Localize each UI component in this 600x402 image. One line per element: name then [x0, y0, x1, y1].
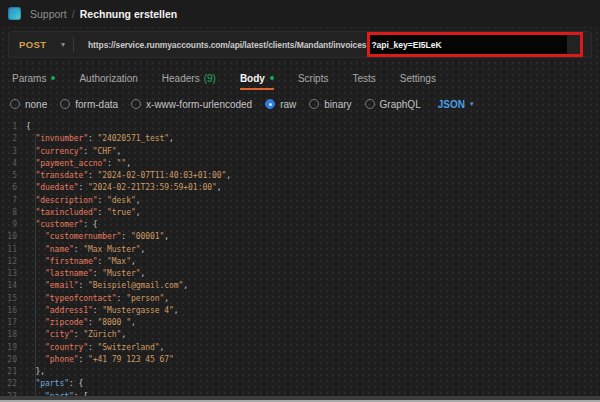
url-text: https://service.runmyaccounts.com/api/la…	[88, 40, 366, 50]
redaction-annotation-box: ?api_key=EI5LeK	[367, 32, 583, 57]
code-text: "typeofcontact": "person",	[26, 293, 169, 305]
body-mode-form-data[interactable]: form-data	[60, 99, 118, 110]
code-text: "country": "Switzerland",	[26, 342, 164, 354]
line-number: 20	[0, 354, 26, 366]
code-line: 14 "email": "Beispiel@gmail.com",	[0, 280, 600, 292]
code-line: 1{	[0, 121, 600, 133]
green-dot-indicator	[51, 76, 55, 80]
line-number: 1	[0, 121, 26, 133]
body-mode-label: form-data	[75, 99, 118, 110]
code-text: {	[26, 121, 31, 133]
line-number: 18	[0, 329, 26, 341]
code-text: "description": "desk",	[26, 195, 140, 207]
tab-label: Scripts	[298, 73, 329, 84]
request-tabs: ParamsAuthorizationHeaders(9)BodyScripts…	[12, 66, 600, 90]
code-line: 11 "name": "Max Muster",	[0, 244, 600, 256]
tab-tests[interactable]: Tests	[352, 66, 375, 90]
tab-authorization[interactable]: Authorization	[79, 66, 137, 90]
line-number: 15	[0, 293, 26, 305]
tab-label: Settings	[400, 73, 436, 84]
code-text: "customernumber": "00001",	[26, 231, 169, 243]
code-line: 8 "taxincluded": "true",	[0, 207, 600, 219]
request-title[interactable]: Rechnung erstellen	[80, 8, 177, 20]
tab-params[interactable]: Params	[12, 66, 55, 90]
tab-label: Headers	[162, 73, 200, 84]
body-mode-raw[interactable]: raw	[265, 99, 296, 110]
body-mode-none[interactable]: none	[10, 99, 47, 110]
chevron-down-icon: ▾	[61, 41, 65, 49]
code-line: 21 },	[0, 366, 600, 378]
bottom-window-edge	[0, 396, 600, 402]
tab-headers[interactable]: Headers(9)	[162, 66, 216, 90]
code-text: "address1": "Mustergasse 4",	[26, 305, 179, 317]
code-line: 16 "address1": "Mustergasse 4",	[0, 305, 600, 317]
body-mode-label: GraphQL	[380, 99, 421, 110]
line-number: 17	[0, 317, 26, 329]
breadcrumb-separator: /	[72, 8, 75, 20]
method-selector[interactable]: POST ▾	[9, 32, 71, 57]
tab-scripts[interactable]: Scripts	[298, 66, 329, 90]
code-text: "lastname": "Muster",	[26, 268, 145, 280]
code-line: 13 "lastname": "Muster",	[0, 268, 600, 280]
code-text: "customer": {	[26, 219, 98, 231]
line-number: 2	[0, 133, 26, 145]
chevron-down-icon: ▾	[470, 100, 474, 108]
workspace-icon[interactable]	[8, 7, 21, 20]
line-number: 7	[0, 195, 26, 207]
api-key-query-text: ?api_key=EI5LeK	[371, 40, 441, 50]
line-number: 8	[0, 207, 26, 219]
body-mode-graphql[interactable]: GraphQL	[365, 99, 421, 110]
breadcrumb-workspace[interactable]: Support	[30, 8, 67, 20]
tab-label: Authorization	[79, 73, 137, 84]
body-editor[interactable]: 1{2 "invnumber": "24020571_test",3 "curr…	[0, 118, 600, 402]
code-text: "payment_accno": "",	[26, 158, 131, 170]
body-mode-label: none	[25, 99, 47, 110]
code-text: "city": "Zürich",	[26, 329, 126, 341]
code-text: "duedate": "2024-02-21T23:59:59+01:00",	[26, 182, 221, 194]
radio-icon	[365, 99, 375, 109]
radio-icon	[265, 99, 275, 109]
body-mode-label: binary	[324, 99, 351, 110]
code-text: "firstname": "Max",	[26, 256, 136, 268]
indent-guide	[35, 133, 36, 402]
code-text: "taxincluded": "true",	[26, 207, 140, 219]
code-line: 17 "zipcode": "8000 ",	[0, 317, 600, 329]
radio-icon	[10, 99, 20, 109]
body-mode-binary[interactable]: binary	[309, 99, 351, 110]
url-input[interactable]: https://service.runmyaccounts.com/api/la…	[74, 32, 591, 57]
code-line: 5 "transdate": "2024-02-07T11:40:03+01:0…	[0, 170, 600, 182]
code-text: "name": "Max Muster",	[26, 244, 145, 256]
code-line: 19 "country": "Switzerland",	[0, 342, 600, 354]
code-line: 18 "city": "Zürich",	[0, 329, 600, 341]
line-number: 14	[0, 280, 26, 292]
line-number: 12	[0, 256, 26, 268]
line-number: 4	[0, 158, 26, 170]
code-line: 20 "phone": "+41 79 123 45 67"	[0, 354, 600, 366]
code-line: 15 "typeofcontact": "person",	[0, 293, 600, 305]
code-line: 10 "customernumber": "00001",	[0, 231, 600, 243]
body-mode-label: raw	[280, 99, 296, 110]
code-text: "transdate": "2024-02-07T11:40:03+01:00"…	[26, 170, 231, 182]
line-number: 22	[0, 378, 26, 390]
line-number: 19	[0, 342, 26, 354]
code-line: 22 "parts": {	[0, 378, 600, 390]
code-lines: 1{2 "invnumber": "24020571_test",3 "curr…	[0, 121, 600, 402]
request-bar: POST ▾ https://service.runmyaccounts.com…	[8, 31, 592, 58]
code-text: "zipcode": "8000 ",	[26, 317, 136, 329]
body-mode-x-www-form-urlencoded[interactable]: x-www-form-urlencoded	[131, 99, 252, 110]
tab-count-badge: (9)	[204, 73, 216, 84]
line-number: 5	[0, 170, 26, 182]
redaction-black-bar: ?api_key=EI5LeK	[370, 35, 567, 54]
tab-body[interactable]: Body	[240, 66, 274, 90]
language-selector-value: JSON	[438, 99, 465, 110]
tab-settings[interactable]: Settings	[400, 66, 436, 90]
tab-label: Params	[12, 73, 46, 84]
language-selector[interactable]: JSON▾	[438, 99, 474, 110]
breadcrumb: Support / Rechnung erstellen	[30, 8, 177, 20]
code-text: "invnumber": "24020571_test",	[26, 133, 174, 145]
code-text: "phone": "+41 79 123 45 67"	[26, 354, 174, 366]
code-line: 7 "description": "desk",	[0, 195, 600, 207]
code-line: 4 "payment_accno": "",	[0, 158, 600, 170]
line-number: 6	[0, 182, 26, 194]
top-bar: Support / Rechnung erstellen	[0, 0, 600, 27]
